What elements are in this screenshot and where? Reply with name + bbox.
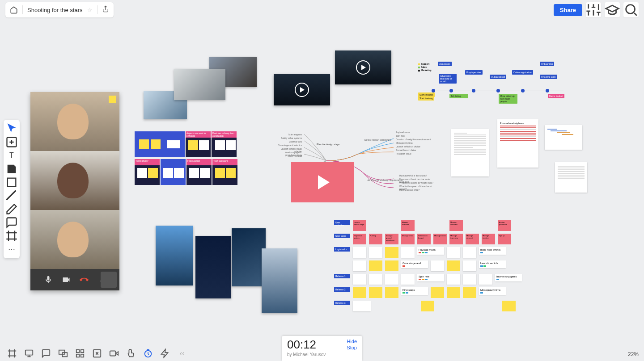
svg-rect-7 [81, 350, 84, 353]
document-table[interactable] [555, 162, 587, 193]
timeline-diagram[interactable]: Support Sales Marketing Awareness Advert… [418, 60, 568, 109]
video-call-panel[interactable]: ⌄ [30, 92, 119, 290]
timer-icon[interactable] [143, 348, 153, 358]
mic-icon[interactable] [44, 275, 53, 284]
sticky-tool[interactable] [5, 163, 18, 175]
document-gantt[interactable] [545, 125, 582, 150]
pen-tool[interactable] [5, 203, 18, 215]
sticky-panel-grid[interactable]: Aspects we want to enhance Features to k… [135, 131, 237, 186]
shape-tool[interactable] [5, 176, 18, 189]
line-tool[interactable] [5, 189, 18, 202]
reactions-icon[interactable] [126, 348, 136, 358]
video-controls-bar: ⌄ [30, 269, 119, 290]
board-title-group: Shooting for the stars ☆ [5, 2, 114, 17]
hangup-icon[interactable] [80, 275, 89, 284]
comment-tool[interactable] [5, 216, 18, 229]
embed-icon[interactable] [92, 348, 102, 358]
share-button[interactable]: Share [554, 4, 582, 16]
svg-rect-8 [76, 354, 79, 357]
top-bar: Shooting for the stars ☆ Share [0, 0, 644, 20]
document-1[interactable] [451, 129, 489, 176]
camera-icon[interactable] [62, 275, 71, 284]
image-rocket-tall-4[interactable] [262, 248, 297, 313]
screenshare-icon[interactable] [58, 348, 68, 358]
svg-rect-9 [81, 354, 84, 357]
play-icon [356, 60, 370, 75]
video-self-thumbnail[interactable] [101, 272, 117, 288]
user-story-map[interactable]: User activities Launch vehicle stage Mis… [334, 220, 562, 314]
video-participant-3 [30, 210, 119, 269]
video-play-overlay[interactable] [291, 162, 354, 202]
svg-point-0 [626, 5, 635, 14]
collapse-icon[interactable]: ‹‹ [177, 348, 187, 358]
template-tool[interactable] [5, 136, 18, 148]
select-tool[interactable] [5, 122, 18, 135]
video-icon[interactable] [109, 348, 119, 358]
svg-rect-2 [8, 178, 16, 187]
home-icon[interactable] [10, 6, 18, 14]
apps-icon[interactable] [75, 348, 85, 358]
video-space-trailer-1[interactable] [274, 74, 330, 105]
video-participant-1 [30, 92, 119, 151]
timer-author: by Michael Yarusov [287, 352, 326, 357]
svg-rect-11 [110, 351, 116, 356]
play-icon [295, 83, 309, 97]
image-rocket-tall-2[interactable] [195, 236, 231, 298]
timer-hide[interactable]: Hide [347, 339, 357, 344]
star-icon[interactable]: ☆ [87, 7, 93, 13]
frame-list-icon[interactable] [7, 348, 17, 358]
video-participant-2 [30, 151, 119, 210]
image-rocket-hangar[interactable] [174, 69, 225, 100]
text-tool[interactable]: T [5, 149, 18, 162]
comments-icon[interactable] [41, 348, 51, 358]
more-tool[interactable]: ⋯ [5, 243, 18, 256]
left-toolbar: T ⋯ [4, 120, 20, 258]
svg-rect-3 [25, 350, 33, 355]
video-space-trailer-2[interactable] [335, 50, 391, 84]
timer-value: 00:12 [287, 339, 326, 350]
document-2[interactable]: External marketplaces [497, 119, 538, 168]
board-title[interactable]: Shooting for the stars [27, 7, 83, 13]
svg-rect-6 [76, 350, 79, 353]
bolt-icon[interactable] [160, 348, 170, 358]
learn-icon[interactable] [605, 2, 620, 17]
search-icon[interactable] [623, 2, 639, 17]
frame-tool[interactable] [5, 230, 18, 242]
settings-icon[interactable] [586, 2, 601, 17]
bottom-toolbar: ‹‹ [4, 346, 191, 361]
zoom-level[interactable]: 22% [628, 351, 639, 357]
timer-stop[interactable]: Stop [347, 345, 357, 350]
timer-panel[interactable]: 00:12 by Michael Yarusov Hide Stop [282, 336, 362, 361]
timeline-legend: Support Sales Marketing [418, 63, 432, 72]
image-rocket-tall-3[interactable] [232, 228, 266, 286]
export-icon[interactable] [102, 5, 109, 14]
presentation-icon[interactable] [24, 348, 34, 358]
image-rocket-tall-1[interactable] [156, 226, 193, 285]
